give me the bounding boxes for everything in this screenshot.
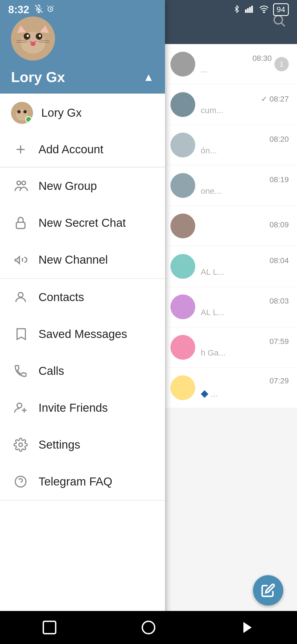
navigation-drawer: Lory Gx ▲ L: [0, 0, 165, 644]
bg-preview: AL L...: [201, 308, 289, 317]
bg-chat-item: ✓ 08:27 cum...: [162, 84, 297, 125]
arrow-up-icon[interactable]: ▲: [143, 71, 154, 83]
add-account-label: Add Account: [38, 143, 103, 156]
nav-home-button[interactable]: [138, 616, 160, 638]
main-menu-section: Contacts Saved Messages Calls: [0, 279, 165, 501]
calls-label: Calls: [38, 364, 64, 378]
svg-point-28: [22, 181, 26, 185]
settings-label: Settings: [38, 438, 80, 451]
bg-time: 07:59: [201, 337, 289, 346]
bg-chat-item: 08:20 ón...: [162, 125, 297, 165]
bg-chat-item: 07:59 h Ga...: [162, 327, 297, 368]
svg-point-48: [263, 12, 265, 13]
faq-label: Telegram FAQ: [38, 475, 112, 488]
svg-point-7: [39, 35, 41, 37]
svg-rect-29: [16, 222, 25, 229]
phone-icon: [11, 361, 30, 381]
status-right: 94: [233, 3, 289, 16]
bg-preview: ...: [201, 65, 272, 74]
person-icon: [11, 288, 30, 307]
bottom-nav: [0, 611, 297, 644]
add-account-item[interactable]: Add Account: [0, 132, 165, 167]
svg-rect-49: [43, 621, 56, 634]
bg-chat-item: 08:04 AL L...: [162, 246, 297, 287]
invite-friends-label: Invite Friends: [38, 401, 108, 414]
bluetooth-icon: [233, 5, 241, 14]
new-group-label: New Group: [38, 179, 97, 193]
status-bar: 8:32: [0, 0, 297, 19]
status-icons: [35, 5, 54, 15]
bg-preview: ◆ ...: [201, 388, 289, 399]
bg-chat-item: 08:19 one...: [162, 165, 297, 206]
invite-friends-item[interactable]: Invite Friends: [0, 389, 165, 426]
svg-point-20: [17, 110, 21, 113]
gear-icon: [11, 435, 30, 454]
bg-preview: one...: [201, 186, 289, 196]
signal-icon: [245, 5, 255, 14]
background-chat: 08:30 ... 1 ✓ 08:27 cum... 08:20 ón... 0…: [162, 0, 297, 644]
bg-time: 08:04: [201, 256, 289, 265]
bg-time: 07:29: [201, 376, 289, 385]
create-menu-section: New Group New Secret Chat: [0, 168, 165, 279]
group-icon: [11, 176, 30, 196]
mute-icon: [35, 5, 43, 15]
settings-item[interactable]: Settings: [0, 426, 165, 463]
calls-item[interactable]: Calls: [0, 353, 165, 389]
current-account-item[interactable]: Lory Gx: [0, 94, 165, 132]
new-secret-chat-item[interactable]: New Secret Chat: [0, 204, 165, 241]
bg-preview: AL L...: [201, 267, 289, 277]
header-avatar[interactable]: [11, 17, 55, 61]
bg-time: 08:03: [201, 297, 289, 305]
new-channel-label: New Channel: [38, 253, 108, 266]
compose-fab[interactable]: [253, 575, 283, 605]
svg-line-43: [53, 6, 54, 6]
bg-time: 08:09: [201, 220, 289, 229]
plus-icon-wrap: [11, 140, 30, 159]
online-dot: [25, 116, 32, 123]
drawer-username: Lory Gx: [11, 69, 65, 85]
saved-messages-label: Saved Messages: [38, 328, 127, 341]
bg-time: 08:19: [201, 175, 289, 184]
new-secret-chat-label: New Secret Chat: [38, 216, 126, 230]
nav-recents-button[interactable]: [237, 616, 258, 638]
new-group-item[interactable]: New Group: [0, 168, 165, 204]
svg-point-50: [142, 621, 155, 634]
account-section: Lory Gx Add Account: [0, 94, 165, 168]
svg-point-17: [31, 42, 35, 46]
nav-back-button[interactable]: [38, 616, 61, 638]
svg-point-31: [18, 293, 23, 297]
bg-time: 08:20: [201, 135, 289, 144]
bg-preview: h Ga...: [201, 348, 289, 358]
svg-point-36: [15, 476, 26, 487]
faq-item[interactable]: Telegram FAQ: [0, 463, 165, 500]
new-channel-item[interactable]: New Channel: [0, 241, 165, 278]
contacts-label: Contacts: [38, 291, 84, 304]
contacts-item[interactable]: Contacts: [0, 279, 165, 316]
battery-level: 94: [277, 5, 285, 14]
bg-preview: cum...: [201, 106, 289, 115]
svg-point-27: [17, 181, 21, 185]
status-time: 8:32: [8, 4, 29, 16]
svg-point-32: [17, 403, 22, 408]
svg-marker-51: [243, 622, 252, 633]
bg-preview: ón...: [201, 146, 289, 155]
drawer-menu: Lory Gx Add Account: [0, 94, 165, 644]
svg-point-6: [27, 35, 29, 37]
svg-rect-45: [247, 8, 249, 13]
bookmark-icon: [11, 324, 30, 344]
saved-messages-item[interactable]: Saved Messages: [0, 316, 165, 353]
svg-rect-44: [245, 10, 247, 13]
svg-rect-47: [251, 6, 253, 13]
svg-point-22: [21, 113, 23, 115]
bg-chat-item: 08:30 ... 1: [162, 44, 297, 84]
bg-time: ✓ 08:27: [201, 94, 289, 103]
alarm-icon: [46, 5, 54, 15]
svg-point-21: [23, 110, 27, 113]
bg-chat-item: 07:29 ◆ ...: [162, 368, 297, 408]
bg-time: 08:30: [201, 54, 272, 63]
bg-badge: 1: [274, 57, 289, 71]
battery-indicator: 94: [273, 3, 289, 16]
bg-chat-item: 08:09: [162, 206, 297, 246]
account-avatar: [11, 102, 33, 124]
header-bottom: Lory Gx ▲: [11, 69, 154, 85]
